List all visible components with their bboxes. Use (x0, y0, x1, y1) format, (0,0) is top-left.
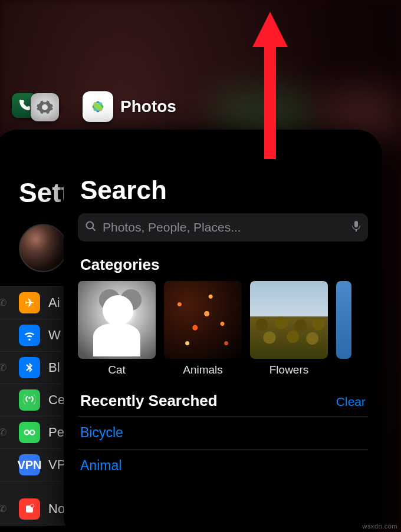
recent-call-icon: ✆ (0, 362, 11, 374)
category-thumbnail (250, 281, 328, 359)
recent-call-icon: ✆ (0, 297, 11, 309)
category-item[interactable]: Flowers (250, 281, 328, 376)
svg-line-13 (93, 227, 96, 230)
category-label: Animals (164, 359, 242, 376)
avatar (19, 224, 67, 272)
settings-row-label: Pe (48, 425, 64, 440)
clear-button[interactable]: Clear (336, 395, 366, 409)
watermark: wsxdn.com (362, 523, 397, 530)
search-bar[interactable] (78, 213, 368, 242)
recent-search-label: Bicycle (80, 425, 123, 440)
app-switcher-header-photos: Photos (83, 91, 176, 122)
category-item[interactable]: Animals (164, 281, 242, 376)
microphone-icon[interactable] (351, 220, 361, 235)
search-input[interactable] (103, 220, 346, 234)
recent-call-icon: ✆ (0, 427, 11, 438)
recent-search-item[interactable]: Bicycle (78, 416, 368, 449)
settings-app-icon[interactable] (31, 93, 59, 121)
settings-row-label: VP (48, 457, 65, 472)
settings-row-label: Ce (48, 392, 65, 408)
bluetooth-icon (19, 357, 40, 378)
svg-rect-14 (354, 221, 358, 227)
recent-search-label: Animal (80, 458, 121, 473)
svg-point-0 (25, 430, 29, 434)
settings-row-label: No (48, 501, 65, 517)
recent-search-item[interactable]: Animal (78, 449, 368, 482)
photos-app-label: Photos (120, 97, 176, 116)
category-item[interactable] (336, 281, 368, 376)
recently-searched-header: Recently Searched (80, 392, 218, 410)
phone-handset-icon (17, 98, 31, 113)
category-thumbnail (336, 281, 351, 359)
category-thumbnail (78, 281, 156, 359)
category-label: Flowers (250, 359, 328, 376)
notifications-icon (19, 498, 40, 520)
photos-flower-icon (88, 97, 108, 117)
airplane-icon: ✈ (19, 292, 40, 313)
category-item[interactable]: Cat (78, 281, 156, 376)
app-switcher-card-photos[interactable]: Search Categories Cat Animals Flowers Re… (64, 130, 382, 532)
category-label: Cat (78, 359, 156, 376)
categories-row[interactable]: Cat Animals Flowers (78, 281, 368, 376)
hotspot-icon (19, 422, 40, 443)
wifi-icon (19, 325, 40, 346)
settings-row-label: W (48, 328, 61, 343)
search-icon (85, 220, 97, 235)
settings-row-label: Ai (48, 295, 60, 310)
svg-point-3 (31, 504, 34, 508)
svg-point-12 (87, 222, 94, 229)
category-thumbnail (164, 281, 242, 359)
categories-header: Categories (78, 242, 368, 281)
settings-row-label: Bl (48, 360, 60, 375)
cellular-icon (19, 389, 40, 411)
svg-point-1 (30, 430, 34, 434)
recent-call-icon: ✆ (0, 503, 11, 515)
vpn-icon: VPN (19, 454, 40, 475)
photos-app-icon[interactable] (83, 91, 113, 122)
search-title: Search (78, 130, 368, 213)
gear-icon (36, 98, 54, 116)
